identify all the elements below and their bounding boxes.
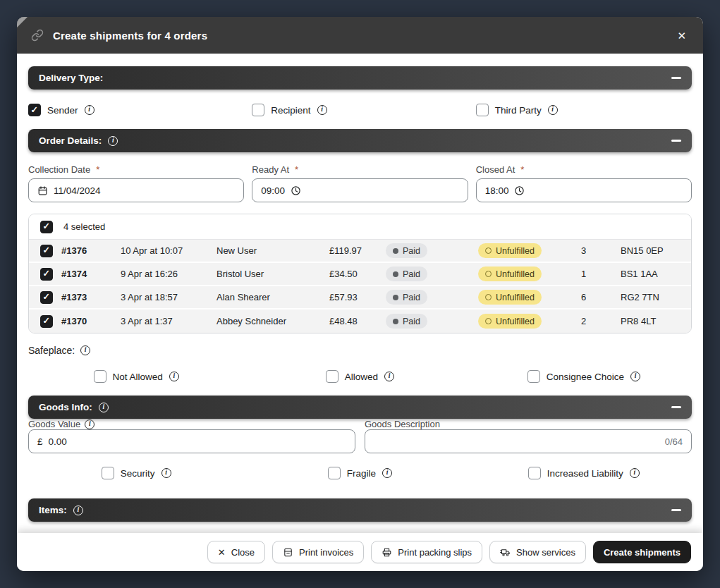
- required-asterisk: *: [96, 164, 99, 175]
- third-party-checkbox[interactable]: [476, 104, 489, 116]
- consignee-choice-checkbox[interactable]: [527, 370, 540, 383]
- close-button[interactable]: ✕ Close: [207, 541, 265, 563]
- table-row[interactable]: #1370 3 Apr at 1:37 Abbey Schneider £48.…: [29, 310, 691, 333]
- section-goods-info-title: Goods Info:: [39, 402, 92, 412]
- info-icon[interactable]: i: [630, 372, 640, 381]
- ready-at-input[interactable]: 09:00: [252, 178, 468, 202]
- recipient-checkbox[interactable]: [252, 104, 264, 116]
- x-icon: ✕: [218, 548, 226, 557]
- goods-option-security: Security i: [102, 467, 171, 479]
- orders-table: 4 selected #1376 10 Apr at 10:07 New Use…: [28, 214, 692, 333]
- goods-option-increased-liability: Increased Liability i: [528, 467, 640, 479]
- security-label: Security: [121, 468, 155, 479]
- printer-icon: [382, 547, 392, 558]
- clock-icon: [514, 185, 525, 196]
- order-customer: New User: [216, 245, 329, 256]
- create-shipments-button[interactable]: Create shipments: [593, 541, 691, 563]
- select-all-checkbox[interactable]: [40, 221, 53, 233]
- row-checkbox[interactable]: [40, 315, 53, 328]
- info-icon[interactable]: i: [73, 506, 83, 515]
- info-icon[interactable]: i: [161, 468, 171, 478]
- increased-liability-checkbox[interactable]: [528, 467, 541, 479]
- info-icon[interactable]: i: [169, 372, 179, 381]
- goods-description-label: Goods Description: [365, 419, 692, 429]
- collapse-icon[interactable]: [671, 406, 681, 408]
- section-order-details-title: Order Details:: [39, 135, 102, 146]
- order-number: #1374: [61, 269, 121, 279]
- clock-icon: [291, 185, 301, 196]
- info-icon[interactable]: i: [108, 136, 118, 146]
- fragile-checkbox[interactable]: [328, 467, 341, 479]
- order-quantity: 6: [581, 292, 621, 302]
- collection-date-value: 11/04/2024: [54, 185, 101, 196]
- goods-value-value: 0.00: [49, 436, 67, 447]
- table-row[interactable]: #1374 9 Apr at 16:26 Bristol User £34.50…: [29, 263, 691, 286]
- goods-labels-row: Goods Value i Goods Description: [28, 419, 692, 429]
- payment-status-badge: Paid: [386, 243, 427, 258]
- row-checkbox[interactable]: [40, 245, 53, 257]
- truck-icon: [500, 547, 511, 558]
- show-services-button[interactable]: Show services: [489, 541, 586, 563]
- goods-description-input[interactable]: 0/64: [365, 429, 692, 453]
- modal-footer: ✕ Close Print invoices Print packing sli…: [17, 533, 703, 571]
- security-checkbox[interactable]: [102, 467, 114, 479]
- section-goods-info[interactable]: Goods Info: i: [28, 396, 692, 419]
- section-items[interactable]: Items: i: [28, 498, 692, 522]
- selected-summary: 4 selected: [63, 221, 105, 232]
- table-row[interactable]: #1376 10 Apr at 10:07 New User £119.97 P…: [29, 240, 691, 263]
- required-asterisk: *: [295, 164, 298, 175]
- info-icon[interactable]: i: [630, 468, 640, 478]
- closed-at-input[interactable]: 18:00: [476, 178, 692, 202]
- order-date: 10 Apr at 10:07: [121, 245, 216, 256]
- collapse-icon[interactable]: [671, 77, 681, 79]
- sender-checkbox[interactable]: [28, 104, 41, 116]
- date-time-inputs-row: 11/04/2024 09:00 18:00: [28, 178, 692, 202]
- collapse-icon[interactable]: [671, 509, 681, 511]
- table-row[interactable]: #1373 3 Apr at 18:57 Alan Shearer £57.93…: [29, 286, 691, 310]
- increased-liability-label: Increased Liability: [547, 468, 623, 479]
- info-icon[interactable]: i: [80, 345, 90, 355]
- fulfillment-status-badge: Unfulfilled: [478, 290, 542, 305]
- not-allowed-label: Not Allowed: [113, 372, 163, 382]
- print-packing-slips-button[interactable]: Print packing slips: [371, 541, 482, 563]
- close-icon[interactable]: ✕: [674, 27, 689, 44]
- sender-label: Sender: [47, 105, 78, 116]
- modal-header: Create shipments for 4 orders ✕: [17, 17, 703, 54]
- goods-option-fragile: Fragile i: [328, 467, 392, 479]
- info-icon[interactable]: i: [384, 372, 394, 381]
- payment-status-badge: Paid: [386, 290, 427, 305]
- row-checkbox[interactable]: [40, 268, 53, 281]
- order-customer: Alan Shearer: [216, 292, 329, 302]
- safeplace-options-row: Not Allowed i Allowed i Consignee Choice…: [28, 370, 692, 383]
- collapse-icon[interactable]: [671, 140, 681, 142]
- allowed-checkbox[interactable]: [326, 370, 338, 383]
- order-date: 3 Apr at 1:37: [121, 316, 216, 326]
- info-icon[interactable]: i: [548, 105, 558, 115]
- recipient-label: Recipient: [271, 105, 310, 116]
- section-delivery-type[interactable]: Delivery Type:: [28, 66, 692, 90]
- safeplace-option-not-allowed: Not Allowed i: [94, 370, 179, 383]
- info-icon[interactable]: i: [85, 105, 94, 115]
- info-icon[interactable]: i: [382, 468, 392, 478]
- info-icon[interactable]: i: [317, 105, 327, 115]
- section-order-details[interactable]: Order Details: i: [28, 129, 692, 152]
- corner-fold-decoration: [17, 17, 28, 27]
- consignee-choice-label: Consignee Choice: [547, 372, 624, 382]
- info-icon[interactable]: i: [85, 419, 94, 429]
- ready-at-value: 09:00: [261, 185, 285, 196]
- collection-date-input[interactable]: 11/04/2024: [28, 178, 244, 202]
- row-checkbox[interactable]: [40, 291, 53, 304]
- print-invoices-button[interactable]: Print invoices: [272, 541, 364, 563]
- section-delivery-type-title: Delivery Type:: [39, 73, 103, 83]
- order-postcode: BS1 1AA: [621, 269, 691, 279]
- modal-title: Create shipments for 4 orders: [53, 30, 207, 42]
- delivery-option-sender: Sender i: [28, 104, 244, 116]
- open-circle-icon: [485, 294, 492, 300]
- info-icon[interactable]: i: [99, 403, 109, 412]
- safeplace-label: Safeplace: i: [28, 345, 692, 356]
- goods-value-input[interactable]: £ 0.00: [28, 429, 355, 453]
- open-circle-icon: [485, 247, 492, 254]
- fulfillment-status-badge: Unfulfilled: [478, 267, 542, 281]
- not-allowed-checkbox[interactable]: [94, 370, 106, 383]
- order-postcode: RG2 7TN: [621, 292, 691, 302]
